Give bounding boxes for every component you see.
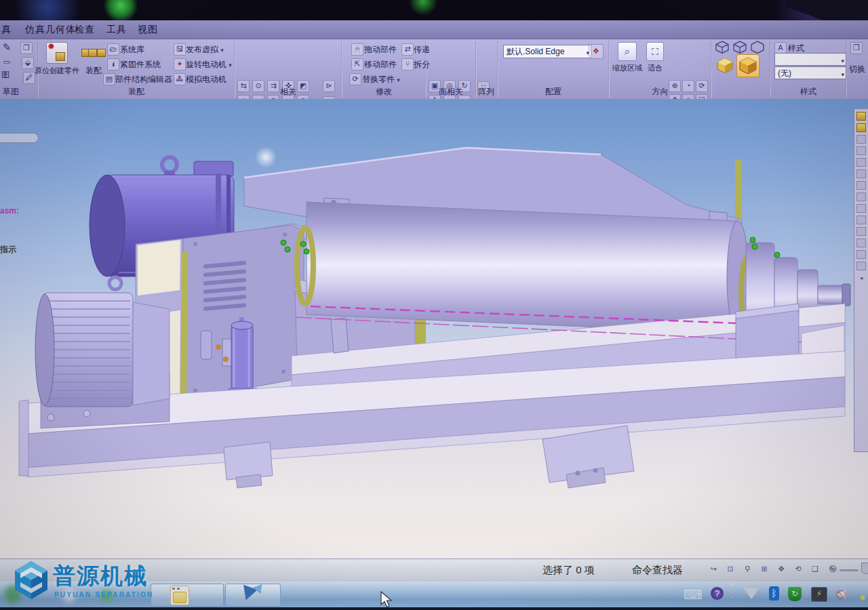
create-in-place-icon: ✹ xyxy=(46,42,68,64)
move-part-icon[interactable]: ⇱ xyxy=(351,58,363,70)
system-library-item[interactable]: 系统库 xyxy=(120,44,144,56)
power-plug-icon[interactable]: ⚡ xyxy=(811,587,827,602)
publish-virtual-icon[interactable]: 🖫 xyxy=(174,43,186,56)
assemble-group-label: 装配 xyxy=(39,86,234,98)
drag-part-icon[interactable]: 🖰 xyxy=(351,43,363,56)
config-group-label: 配置 xyxy=(498,86,608,98)
rotary-motor-icon[interactable]: ✦ xyxy=(174,58,186,70)
style-dropdown[interactable]: ▾ xyxy=(774,53,846,66)
modify-group-label: 修改 xyxy=(342,86,425,98)
sketch-pencil-icon[interactable]: ✎ xyxy=(1,42,12,53)
tab-view[interactable]: 视图 xyxy=(138,24,158,36)
simulate-motor-item[interactable]: 模拟电动机 xyxy=(186,74,226,85)
transfer-item[interactable]: 传递 xyxy=(414,44,430,56)
zoom-out-icon[interactable]: ⊖ xyxy=(829,563,837,575)
publish-virtual-item[interactable]: 发布虚拟 ▾ xyxy=(186,44,224,56)
command-finder-button[interactable]: 命令查找器 xyxy=(632,564,683,577)
config-manager-icon[interactable]: ❖ xyxy=(589,44,604,59)
status-view-icons: ↪⊡⚲⊞✥⟲❑✎ xyxy=(708,564,837,575)
security-green-icon[interactable]: ↻ xyxy=(788,587,802,601)
bowl-drum[interactable] xyxy=(307,198,749,333)
selection-count-text: 选择了 0 项 xyxy=(542,564,595,577)
edge-prompt-text: 指示 xyxy=(0,244,16,256)
screen-glare xyxy=(255,146,277,168)
style-group-label: 样式 xyxy=(771,86,846,98)
menu-tab-row: 真 仿真几何体 检查 工具 视图 xyxy=(0,20,868,39)
sketch-rect-icon[interactable]: ▭ xyxy=(1,57,12,68)
relate-group-label: 相关 xyxy=(235,86,341,98)
sketch-plane-icon[interactable]: ❐ xyxy=(20,42,33,54)
zoom-slider[interactable] xyxy=(840,569,859,571)
fastener-system-item[interactable]: 紧固件系统 xyxy=(120,59,161,70)
fastener-system-icon[interactable]: 🖠 xyxy=(107,58,119,70)
sketch-partial-text: 图 xyxy=(1,69,9,81)
wireframe-cube-icon[interactable] xyxy=(715,41,730,57)
screen-reflection-star: ✷ xyxy=(859,592,867,603)
fit-icon: ⛶ xyxy=(646,42,664,61)
zoom-area-icon[interactable]: ⊡ xyxy=(725,564,736,575)
replace-part-icon[interactable]: ⟳ xyxy=(349,73,361,85)
collapsed-panel-handle[interactable] xyxy=(0,133,39,143)
puyuan-logo-icon xyxy=(11,560,52,602)
vibration-foot-left[interactable] xyxy=(224,442,273,488)
drag-part-item[interactable]: 拖动部件 xyxy=(364,44,397,56)
switch-windows-icon[interactable]: ❒ xyxy=(850,42,863,54)
structure-editor-item[interactable]: 部件结构编辑器 xyxy=(115,74,172,85)
rotate-icon[interactable]: ⟲ xyxy=(793,564,804,575)
split-item[interactable]: 拆分 xyxy=(414,59,430,70)
tab-simulation-geometry[interactable]: 仿真几何体 xyxy=(25,24,76,36)
pathfinder-expand-icon[interactable]: ◂ xyxy=(854,274,868,281)
bluetooth-icon[interactable]: ᛒ xyxy=(769,586,779,601)
watermark: 普源机械 PUYUAN SEPARATION xyxy=(11,556,167,610)
sketch-group-label: 草图 xyxy=(0,86,26,98)
fit-button[interactable]: ⛶ 适合 xyxy=(644,42,666,73)
pan-icon[interactable]: ✥ xyxy=(776,564,787,575)
watermark-title: 普源机械 xyxy=(53,561,148,592)
volume-muted-icon[interactable]: ◀⃠ xyxy=(837,587,843,600)
model-viewport[interactable]: asm: 指示 xyxy=(0,99,868,558)
shaded-cube-icon[interactable] xyxy=(716,57,734,77)
rotary-motor-item[interactable]: 旋转电动机 ▾ xyxy=(186,59,232,70)
face-group-label: 面相关 xyxy=(427,86,475,98)
ime-help-icon[interactable]: ? xyxy=(711,587,724,600)
assemble-button[interactable]: 装配 xyxy=(80,42,107,77)
zoom-icon[interactable]: ⚲ xyxy=(742,564,753,575)
zoom-area-button[interactable]: ⌕ 缩放区域 xyxy=(610,42,645,73)
replace-part-item[interactable]: 替换零件 ▾ xyxy=(362,74,400,85)
pattern-group-label: 阵列 xyxy=(475,86,497,98)
shaded-edges-cube-icon-selected[interactable] xyxy=(736,54,760,77)
transfer-icon[interactable]: ⇄ xyxy=(401,43,414,56)
monitor-bezel xyxy=(0,0,868,20)
system-library-icon[interactable]: 🗁 xyxy=(107,43,119,56)
configuration-dropdown[interactable]: 默认.Solid Edge▾ xyxy=(503,45,591,58)
overlay-style-dropdown[interactable]: (无)▾ xyxy=(774,66,846,79)
watermark-subtitle: PUYUAN SEPARATION xyxy=(54,591,153,598)
split-icon[interactable]: ⑂ xyxy=(401,58,414,70)
tray-dots-icon: °˯ xyxy=(731,583,734,598)
switch-windows-item[interactable]: 切换 xyxy=(849,64,868,75)
shaded-view-icon[interactable]: ❑ xyxy=(810,564,821,575)
fit-icon[interactable]: ⊞ xyxy=(759,564,770,575)
status-shield-icon xyxy=(861,563,868,574)
structure-editor-icon[interactable]: ▤ xyxy=(103,73,115,85)
antivirus-shield-icon[interactable] xyxy=(743,588,760,599)
create-in-place-button[interactable]: ✹ 原位创建零件 xyxy=(33,42,81,76)
app-window-icon xyxy=(170,586,189,605)
assemble-icon xyxy=(80,42,107,64)
assembly-model[interactable] xyxy=(0,99,868,558)
zoom-area-icon: ⌕ xyxy=(618,42,637,61)
ribbon: ✎ ▭ ❐ ⬙ 🖉 图 草图 ✹ 原位创建零件 装配 🗁 系统库 🖠 紧固件系统… xyxy=(0,39,868,100)
tab-tools[interactable]: 工具 xyxy=(106,24,127,36)
tab-clipped[interactable]: 真 xyxy=(1,24,12,36)
edge-tooltip-text: asm: xyxy=(0,206,19,216)
refresh-icon[interactable]: ↪ xyxy=(708,564,719,575)
orient-group-label: 方向 xyxy=(610,86,711,98)
mouse-cursor xyxy=(380,591,395,609)
simulate-motor-icon[interactable]: 🖧 xyxy=(174,73,186,85)
tab-inspect[interactable]: 检查 xyxy=(75,24,95,36)
pathfinder-strip[interactable]: ◂ xyxy=(854,108,868,452)
keyboard-tray-icon[interactable]: ⌨ xyxy=(684,587,702,603)
taskbar-app-button-2[interactable] xyxy=(225,584,281,607)
move-part-item[interactable]: 移动部件 xyxy=(364,59,397,70)
